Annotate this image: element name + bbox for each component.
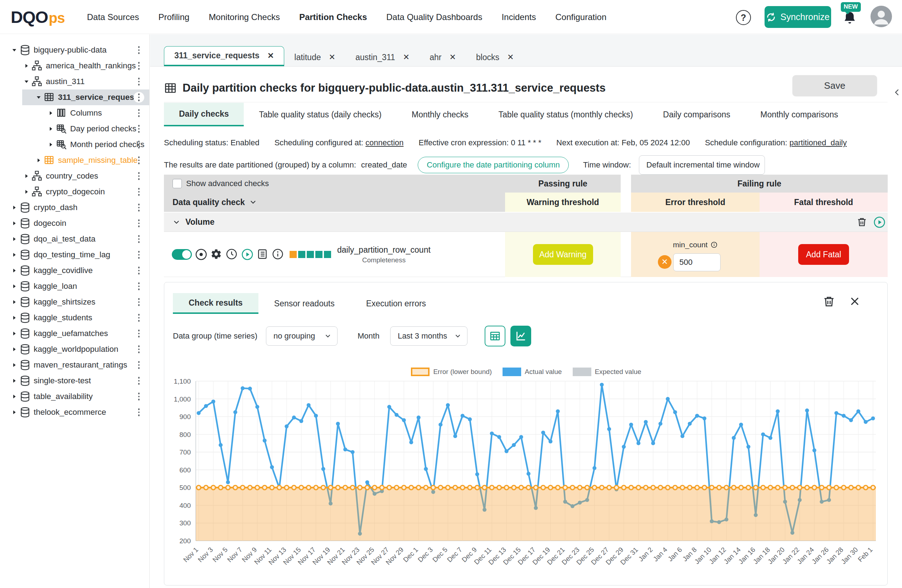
- subtab-monthly-checks[interactable]: Monthly checks: [396, 103, 484, 126]
- kebab-menu-icon[interactable]: [133, 328, 144, 339]
- caret-right-icon[interactable]: [10, 314, 19, 321]
- caret-right-icon[interactable]: [10, 252, 19, 258]
- caret-down-icon[interactable]: [22, 78, 31, 85]
- doc-tab-blocks[interactable]: blocks✕: [466, 48, 524, 66]
- tree-item-kaggle-worldpopulation[interactable]: kaggle_worldpopulation: [0, 341, 149, 357]
- results-tab-execution-errors[interactable]: Execution errors: [351, 293, 442, 314]
- close-tab-icon[interactable]: ✕: [507, 53, 514, 62]
- tree-item-dqo-ai-test-data[interactable]: dqo_ai_test_data: [0, 231, 149, 247]
- caret-right-icon[interactable]: [10, 409, 19, 416]
- subtab-monthly-comparisons[interactable]: Monthly comparisons: [745, 103, 853, 126]
- schedule-link[interactable]: partitioned_daily: [789, 138, 847, 147]
- nav-item-partition-checks[interactable]: Partition Checks: [299, 12, 367, 22]
- results-tab-check-results[interactable]: Check results: [173, 293, 258, 314]
- synchronize-button[interactable]: Synchronize: [764, 6, 831, 28]
- kebab-menu-icon[interactable]: [133, 265, 144, 276]
- schedule-clock-icon[interactable]: [226, 249, 238, 261]
- caret-right-icon[interactable]: [10, 346, 19, 352]
- min-count-input[interactable]: [673, 253, 720, 271]
- close-tab-icon[interactable]: ✕: [329, 53, 335, 62]
- subtab-daily-checks[interactable]: Daily checks: [164, 103, 244, 126]
- caret-right-icon[interactable]: [47, 126, 55, 132]
- tree-item-month-period-checks[interactable]: Month period checks: [0, 137, 149, 152]
- table-view-button[interactable]: [485, 326, 506, 346]
- caret-right-icon[interactable]: [22, 63, 31, 69]
- tree-item-kaggle-loan[interactable]: kaggle_loan: [0, 278, 149, 294]
- caret-down-icon[interactable]: [10, 47, 19, 53]
- kebab-menu-icon[interactable]: [133, 391, 144, 402]
- run-check-icon[interactable]: [241, 249, 254, 261]
- doc-tab-austin-311[interactable]: austin_311✕: [345, 48, 420, 66]
- kebab-menu-icon[interactable]: [133, 108, 144, 119]
- user-avatar[interactable]: [871, 6, 892, 27]
- tree-item-country-codes[interactable]: country_codes: [0, 168, 149, 184]
- check-results-list-icon[interactable]: [257, 249, 269, 261]
- kebab-menu-icon[interactable]: [133, 218, 144, 229]
- add-warning-button[interactable]: Add Warning: [533, 244, 593, 265]
- doc-tab-ahr[interactable]: ahr✕: [420, 48, 466, 66]
- kebab-menu-icon[interactable]: [133, 92, 144, 103]
- tree-item-bigquery-public-data[interactable]: bigquery-public-data: [0, 42, 149, 58]
- clear-error-rule-icon[interactable]: ✕: [658, 255, 672, 269]
- kebab-menu-icon[interactable]: [133, 139, 144, 150]
- tree-item-sample-missing-table[interactable]: sample_missing_table: [0, 152, 149, 168]
- caret-down-icon[interactable]: [34, 94, 43, 100]
- caret-right-icon[interactable]: [10, 393, 19, 400]
- close-tab-icon[interactable]: ✕: [268, 51, 274, 61]
- close-tab-icon[interactable]: ✕: [403, 53, 409, 62]
- kebab-menu-icon[interactable]: [133, 45, 144, 55]
- nav-item-monitoring-checks[interactable]: Monitoring Checks: [209, 12, 280, 22]
- caret-right-icon[interactable]: [10, 220, 19, 227]
- disable-check-icon[interactable]: [195, 249, 207, 261]
- nav-item-incidents[interactable]: Incidents: [501, 12, 536, 22]
- kebab-menu-icon[interactable]: [133, 344, 144, 355]
- kebab-menu-icon[interactable]: [133, 76, 144, 87]
- connection-link[interactable]: connection: [365, 138, 403, 147]
- caret-right-icon[interactable]: [47, 141, 55, 148]
- tree-item-kaggle-uefamatches[interactable]: kaggle_uefamatches: [0, 326, 149, 341]
- caret-right-icon[interactable]: [10, 267, 19, 274]
- kebab-menu-icon[interactable]: [133, 202, 144, 213]
- kebab-menu-icon[interactable]: [133, 360, 144, 371]
- collapse-panel-icon[interactable]: [893, 88, 901, 97]
- run-group-checks-icon[interactable]: [873, 216, 886, 228]
- save-button[interactable]: Save: [792, 75, 877, 96]
- check-info-icon[interactable]: [272, 249, 284, 261]
- tree-item-dqo-testing-time-lag[interactable]: dqo_testing_time_lag: [0, 247, 149, 263]
- doc-tab-311-service-requests[interactable]: 311_service_requests✕: [164, 46, 284, 66]
- tree-item-maven-restaurant-ratings[interactable]: maven_restaurant_ratings: [0, 357, 149, 373]
- dqops-logo[interactable]: DQO ps: [11, 7, 65, 27]
- caret-right-icon[interactable]: [10, 236, 19, 242]
- nav-item-data-quality-dashboards[interactable]: Data Quality Dashboards: [386, 12, 482, 22]
- tree-item-america-health-rankings[interactable]: america_health_rankings: [0, 58, 149, 74]
- tree-item-table-availability[interactable]: table_availability: [0, 389, 149, 404]
- nav-item-profiling[interactable]: Profiling: [158, 12, 189, 22]
- show-advanced-checks-checkbox[interactable]: Show advanced checks: [172, 179, 269, 188]
- tree-item-single-store-test[interactable]: single-store-test: [0, 373, 149, 389]
- doc-tab-latitude[interactable]: latitude✕: [284, 48, 345, 66]
- caret-right-icon[interactable]: [10, 299, 19, 305]
- caret-right-icon[interactable]: [10, 362, 19, 368]
- kebab-menu-icon[interactable]: [133, 171, 144, 181]
- close-results-icon[interactable]: [849, 295, 861, 307]
- kebab-menu-icon[interactable]: [133, 186, 144, 197]
- results-tab-sensor-readouts[interactable]: Sensor readouts: [258, 293, 351, 314]
- help-icon[interactable]: ?: [736, 10, 751, 25]
- kebab-menu-icon[interactable]: [133, 155, 144, 166]
- caret-right-icon[interactable]: [22, 173, 31, 179]
- subtab-daily-comparisons[interactable]: Daily comparisons: [648, 103, 745, 126]
- caret-right-icon[interactable]: [47, 110, 55, 116]
- caret-right-icon[interactable]: [10, 330, 19, 337]
- delete-group-icon[interactable]: [856, 216, 868, 228]
- tree-item-crypto-dogecoin[interactable]: crypto_dogecoin: [0, 184, 149, 200]
- caret-right-icon[interactable]: [10, 283, 19, 289]
- tree-item-kaggle-shirtsizes[interactable]: kaggle_shirtsizes: [0, 294, 149, 310]
- chart-view-button[interactable]: [511, 326, 531, 346]
- add-fatal-button[interactable]: Add Fatal: [798, 244, 849, 265]
- kebab-menu-icon[interactable]: [133, 281, 144, 292]
- kebab-menu-icon[interactable]: [133, 297, 144, 307]
- caret-right-icon[interactable]: [10, 204, 19, 211]
- caret-right-icon[interactable]: [10, 378, 19, 384]
- check-enabled-toggle[interactable]: [172, 249, 192, 260]
- kebab-menu-icon[interactable]: [133, 124, 144, 134]
